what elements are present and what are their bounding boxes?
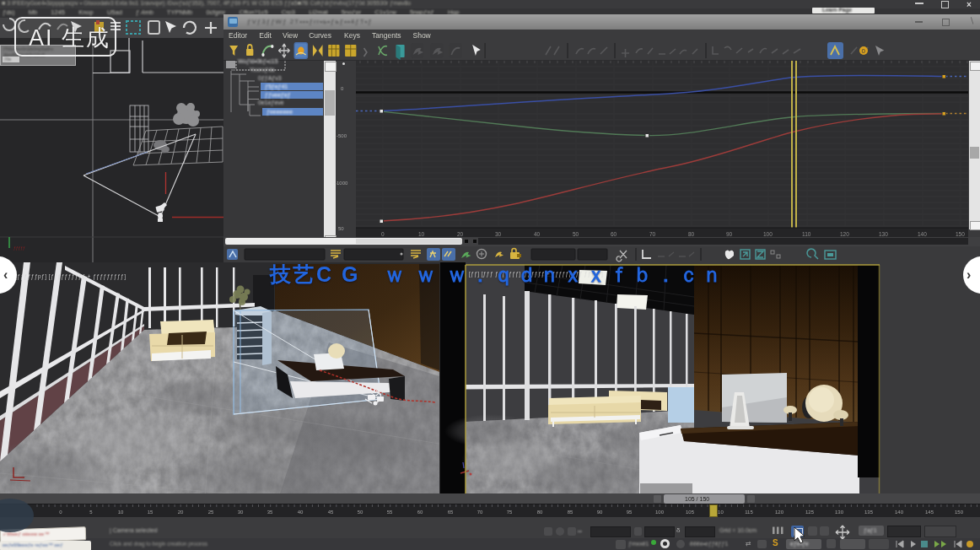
svg-text:95: 95 — [627, 510, 633, 515]
svg-text:75: 75 — [507, 510, 513, 515]
svg-text:0: 0 — [381, 231, 385, 237]
svg-text:120: 120 — [775, 510, 784, 515]
svg-text:10: 10 — [118, 510, 124, 515]
svg-text:135: 135 — [864, 510, 874, 515]
svg-text:100: 100 — [763, 231, 773, 237]
svg-text:150: 150 — [955, 510, 964, 515]
svg-text:115: 115 — [745, 510, 753, 515]
svg-text:20: 20 — [457, 231, 464, 237]
svg-text:150: 150 — [956, 231, 965, 237]
svg-text:140: 140 — [895, 510, 904, 515]
svg-text:25: 25 — [208, 510, 214, 515]
svg-text:130: 130 — [835, 510, 844, 515]
svg-text:0: 0 — [862, 47, 866, 55]
svg-text:[ƒƒƒƒƒƒpƒ] [ƒƒƒƒƒƒƒƒƒƒ + ƒƒƒƒƒ: [ƒƒƒƒƒƒpƒ] [ƒƒƒƒƒƒƒƒƒƒ + ƒƒƒƒƒƒƒƒƒ] — [15, 273, 127, 280]
svg-text:85: 85 — [568, 510, 573, 515]
svg-text:60: 60 — [417, 510, 423, 515]
svg-text:20: 20 — [178, 510, 184, 515]
svg-text:90: 90 — [597, 510, 603, 515]
svg-text:55: 55 — [387, 510, 393, 515]
svg-text:130: 130 — [879, 231, 888, 237]
svg-text:65: 65 — [448, 510, 454, 515]
svg-text:ƒƒƒƒƒ: ƒƒƒƒƒ — [13, 245, 25, 251]
svg-text:120: 120 — [840, 231, 849, 237]
svg-text:10: 10 — [418, 231, 425, 237]
svg-text:70: 70 — [649, 231, 656, 237]
svg-text:145: 145 — [925, 510, 934, 515]
svg-text:30: 30 — [495, 231, 502, 237]
svg-text:60: 60 — [611, 231, 617, 237]
svg-text:100: 100 — [655, 510, 665, 515]
svg-text:15: 15 — [148, 510, 153, 515]
svg-text:50: 50 — [358, 510, 363, 515]
svg-text:70: 70 — [477, 510, 483, 515]
svg-text:45: 45 — [328, 510, 334, 515]
svg-text:90: 90 — [726, 231, 733, 237]
svg-text:140: 140 — [918, 231, 927, 237]
svg-text:110: 110 — [802, 231, 811, 237]
svg-text:35: 35 — [267, 510, 273, 515]
svg-text:50: 50 — [573, 231, 579, 237]
svg-text:80: 80 — [537, 510, 543, 515]
svg-text:30: 30 — [238, 510, 244, 515]
svg-text:40: 40 — [534, 231, 541, 237]
svg-text:125: 125 — [805, 510, 815, 515]
svg-text:40: 40 — [298, 510, 304, 515]
svg-text:80: 80 — [688, 231, 695, 237]
svg-text:105: 105 — [686, 510, 695, 515]
